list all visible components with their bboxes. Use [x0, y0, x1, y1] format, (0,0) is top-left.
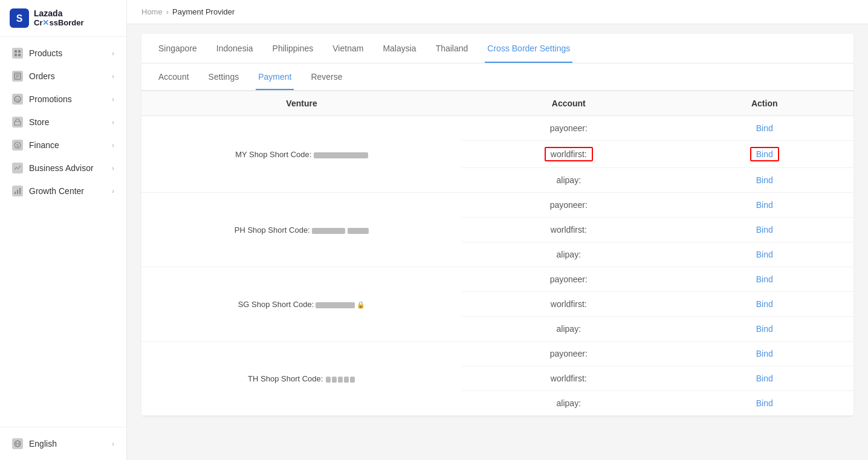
action-payoneer-my: Bind — [675, 116, 853, 141]
growth-center-chevron-icon: › — [112, 187, 114, 195]
account-worldfirst-ph: worldfirst: — [462, 218, 675, 242]
main-content: Home › Payment Provider Singapore Indone… — [127, 0, 868, 460]
store-chevron-icon: › — [112, 118, 114, 126]
tab-indonesia[interactable]: Indonesia — [214, 34, 256, 63]
logo-icon: S — [10, 8, 29, 28]
svg-rect-2 — [15, 50, 17, 53]
table-row: TH Shop Short Code: payoneer: Bind — [141, 342, 853, 366]
header-account: Account — [462, 91, 675, 116]
action-worldfirst-sg: Bind — [675, 292, 853, 317]
sidebar-item-products[interactable]: Products › — [2, 42, 124, 65]
bind-button-ph-alipay[interactable]: Bind — [753, 248, 777, 261]
business-advisor-label: Business Advisor — [29, 163, 94, 173]
action-alipay-sg: Bind — [675, 317, 853, 342]
venture-cell-th: TH Shop Short Code: — [141, 342, 462, 416]
finance-label: Finance — [29, 140, 59, 150]
sidebar-bottom: English › — [0, 427, 126, 460]
orders-label: Orders — [29, 71, 55, 81]
business-advisor-icon — [12, 163, 23, 173]
english-label: English — [29, 439, 57, 449]
store-icon — [12, 117, 23, 128]
account-payoneer-th: payoneer: — [462, 342, 675, 366]
action-alipay-th: Bind — [675, 391, 853, 416]
tab-malaysia[interactable]: Malaysia — [380, 34, 418, 63]
action-alipay-ph: Bind — [675, 242, 853, 267]
tab-account[interactable]: Account — [156, 63, 192, 90]
store-label: Store — [29, 117, 49, 127]
sidebar: S Lazada Cr✕ssBorder Products › Orders — [0, 0, 127, 460]
bind-button-my-worldfirst[interactable]: Bind — [750, 147, 779, 161]
account-alipay-ph: alipay: — [462, 242, 675, 267]
tab-cross-border[interactable]: Cross Border Settings — [485, 34, 572, 63]
tab-singapore[interactable]: Singapore — [156, 34, 199, 63]
bind-button-th-alipay[interactable]: Bind — [753, 397, 777, 409]
tab-thailand[interactable]: Thailand — [433, 34, 471, 63]
orders-icon — [12, 71, 23, 82]
inner-tabs: Account Settings Payment Reverse — [141, 63, 853, 91]
svg-rect-12 — [15, 121, 21, 125]
breadcrumb-current: Payment Provider — [172, 7, 235, 16]
table-row: MY Shop Short Code: payoneer: Bind — [141, 116, 853, 141]
sg-venture-label: SG Shop Short Code:🔒 — [238, 300, 366, 309]
svg-rect-17 — [19, 188, 21, 194]
country-tabs: Singapore Indonesia Philippines Vietnam … — [141, 34, 853, 63]
svg-rect-3 — [18, 50, 21, 53]
sidebar-item-promotions[interactable]: % Promotions › — [2, 88, 124, 111]
main-nav: Products › Orders › % Promotions › — [0, 42, 126, 202]
svg-rect-4 — [15, 54, 17, 56]
bind-button-sg-worldfirst[interactable]: Bind — [753, 298, 777, 310]
bind-button-my-payoneer[interactable]: Bind — [753, 122, 777, 134]
sidebar-item-growth-center[interactable]: Growth Center › — [2, 180, 124, 202]
tab-reverse[interactable]: Reverse — [308, 63, 345, 90]
promotions-label: Promotions — [29, 94, 72, 104]
orders-chevron-icon: › — [112, 73, 114, 80]
growth-center-label: Growth Center — [29, 186, 84, 196]
table-row: SG Shop Short Code:🔒 payoneer: Bind — [141, 267, 853, 292]
sidebar-item-orders[interactable]: Orders › — [2, 65, 124, 88]
products-chevron-icon: › — [112, 50, 114, 57]
account-payoneer-ph: payoneer: — [462, 193, 675, 218]
bind-button-my-alipay[interactable]: Bind — [753, 174, 777, 186]
sidebar-item-business-advisor[interactable]: Business Advisor › — [2, 157, 124, 180]
tab-settings[interactable]: Settings — [206, 63, 242, 90]
tab-payment[interactable]: Payment — [256, 63, 294, 90]
bind-button-ph-worldfirst[interactable]: Bind — [753, 224, 777, 236]
ph-venture-label: PH Shop Short Code: — [235, 225, 369, 235]
products-icon — [12, 48, 23, 59]
sidebar-item-store[interactable]: Store › — [2, 111, 124, 134]
products-label: Products — [29, 48, 62, 58]
venture-cell-ph: PH Shop Short Code: — [141, 193, 462, 267]
sidebar-item-english[interactable]: English › — [2, 432, 124, 455]
header-venture: Venture — [141, 91, 462, 116]
venture-cell-sg: SG Shop Short Code:🔒 — [141, 267, 462, 342]
bind-button-sg-alipay[interactable]: Bind — [753, 323, 777, 335]
logo-crossborder-label: Cr✕ssBorder — [34, 19, 84, 27]
logo-text: Lazada Cr✕ssBorder — [34, 9, 84, 27]
main-card: Singapore Indonesia Philippines Vietnam … — [141, 34, 853, 416]
tab-vietnam[interactable]: Vietnam — [330, 34, 366, 63]
bind-button-sg-payoneer[interactable]: Bind — [753, 273, 777, 285]
breadcrumb-home[interactable]: Home — [141, 7, 163, 16]
account-alipay-my: alipay: — [462, 168, 675, 193]
bind-button-ph-payoneer[interactable]: Bind — [753, 199, 777, 211]
th-venture-label: TH Shop Short Code: — [248, 374, 355, 383]
bind-button-th-payoneer[interactable]: Bind — [753, 348, 777, 360]
svg-text:$: $ — [16, 143, 19, 148]
action-payoneer-ph: Bind — [675, 193, 853, 218]
growth-center-icon — [12, 186, 23, 196]
account-worldfirst-my: worldfirst: — [462, 141, 675, 168]
promotions-chevron-icon: › — [112, 96, 114, 103]
account-alipay-sg: alipay: — [462, 317, 675, 342]
svg-rect-15 — [15, 192, 16, 194]
logo: S Lazada Cr✕ssBorder — [0, 0, 126, 37]
english-chevron-icon: › — [112, 440, 114, 447]
tab-philippines[interactable]: Philippines — [270, 34, 316, 63]
logo-lazada-label: Lazada — [34, 9, 84, 18]
payment-table: Venture Account Action MY Shop Short Cod… — [141, 91, 853, 416]
venture-cell-my: MY Shop Short Code: — [141, 116, 462, 193]
bind-button-th-worldfirst[interactable]: Bind — [753, 372, 777, 384]
action-payoneer-sg: Bind — [675, 267, 853, 292]
topbar: Home › Payment Provider — [127, 0, 868, 24]
sidebar-item-finance[interactable]: $ Finance › — [2, 134, 124, 157]
account-payoneer-sg: payoneer: — [462, 267, 675, 292]
